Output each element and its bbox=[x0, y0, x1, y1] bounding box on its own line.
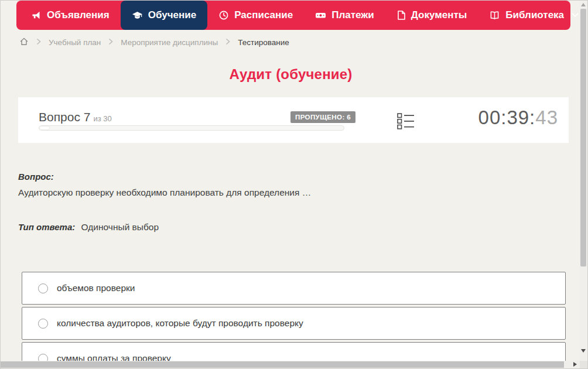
nav-item-label: Документы bbox=[411, 9, 467, 21]
megaphone-icon bbox=[31, 10, 42, 20]
nav-item-library[interactable]: Библиотека bbox=[478, 1, 581, 30]
answer-options: объемов проверки количества аудиторов, к… bbox=[22, 272, 566, 362]
breadcrumb-curriculum[interactable]: Учебный план bbox=[49, 38, 101, 47]
page-title: Аудит (обучение) bbox=[1, 66, 581, 83]
chevron-right-icon bbox=[108, 38, 113, 47]
question-block: Вопрос: Аудиторскую проверку необходимо … bbox=[18, 172, 563, 198]
timer-main: 00:39: bbox=[478, 107, 536, 128]
horizontal-scrollbar-thumb[interactable] bbox=[1, 361, 564, 368]
scrollbar-corner bbox=[580, 361, 587, 368]
question-progress-bar bbox=[39, 125, 344, 131]
question-text: Аудиторскую проверку необходимо планиров… bbox=[18, 187, 563, 198]
nav-item-label: Платежи bbox=[331, 9, 374, 21]
scroll-right-arrow-icon[interactable] bbox=[573, 362, 577, 367]
radio-button[interactable] bbox=[38, 283, 48, 293]
breadcrumb: Учебный план Мероприятие дисциплины Тест… bbox=[19, 37, 289, 48]
question-number: Вопрос 7из 30 bbox=[39, 110, 112, 124]
question-header-card: Вопрос 7из 30 ПРОПУЩЕНО: 6 00:39:43 bbox=[18, 97, 569, 143]
vertical-scrollbar[interactable] bbox=[580, 1, 587, 362]
nav-item-label: Расписание bbox=[234, 9, 293, 21]
nav-item-documents[interactable]: Документы bbox=[385, 1, 478, 30]
nav-item-announcements[interactable]: Объявления bbox=[20, 1, 121, 30]
question-progress-fill bbox=[39, 126, 50, 130]
clock-icon bbox=[218, 10, 229, 20]
chevron-down-icon bbox=[572, 13, 579, 18]
book-icon bbox=[489, 10, 500, 20]
answer-option-3[interactable]: суммы оплаты за проверку bbox=[22, 342, 566, 362]
horizontal-scrollbar[interactable] bbox=[1, 361, 581, 368]
scroll-up-arrow-icon[interactable] bbox=[581, 3, 586, 6]
answer-option-2[interactable]: количества аудиторов, которые будут пров… bbox=[22, 307, 566, 340]
breadcrumb-testing: Тестирование bbox=[238, 38, 289, 47]
radio-button[interactable] bbox=[38, 319, 48, 329]
question-number-label: Вопрос 7 bbox=[39, 110, 90, 124]
nav-item-label: Обучение bbox=[148, 9, 196, 21]
question-label: Вопрос: bbox=[18, 172, 563, 182]
chevron-right-icon bbox=[36, 38, 41, 47]
breadcrumb-discipline-event[interactable]: Мероприятие дисциплины bbox=[121, 38, 218, 47]
skipped-badge: ПРОПУЩЕНО: 6 bbox=[290, 111, 355, 123]
answer-option-1[interactable]: объемов проверки bbox=[22, 272, 566, 305]
vertical-scrollbar-thumb[interactable] bbox=[580, 9, 586, 266]
nav-item-payments[interactable]: Платежи bbox=[304, 1, 385, 30]
answer-option-label: количества аудиторов, которые будут пров… bbox=[57, 318, 303, 329]
question-list-icon[interactable] bbox=[397, 113, 415, 132]
answer-type-row: Тип ответа: Одиночный выбор bbox=[18, 222, 159, 233]
top-navigation: Объявления Обучение Расписание Платежи bbox=[16, 1, 570, 30]
banknote-icon bbox=[315, 10, 326, 20]
answer-type-value: Одиночный выбор bbox=[81, 222, 159, 232]
chevron-right-icon bbox=[225, 38, 230, 47]
timer: 00:39:43 bbox=[478, 107, 558, 129]
main-content: Объявления Обучение Расписание Платежи bbox=[1, 1, 581, 362]
document-icon bbox=[396, 10, 406, 20]
app-window: Объявления Обучение Расписание Платежи bbox=[0, 0, 588, 369]
nav-item-education[interactable]: Обучение bbox=[121, 1, 207, 30]
nav-item-label: Библиотека bbox=[505, 9, 564, 21]
question-of-total: из 30 bbox=[93, 114, 111, 123]
answer-type-label: Тип ответа: bbox=[18, 222, 75, 232]
scroll-down-arrow-icon[interactable] bbox=[581, 349, 586, 353]
graduation-cap-icon bbox=[132, 10, 143, 20]
nav-item-schedule[interactable]: Расписание bbox=[207, 1, 304, 30]
answer-option-label: объемов проверки bbox=[57, 283, 135, 293]
nav-item-label: Объявления bbox=[47, 9, 110, 21]
timer-seconds: 43 bbox=[535, 107, 558, 128]
home-icon[interactable] bbox=[19, 37, 29, 48]
